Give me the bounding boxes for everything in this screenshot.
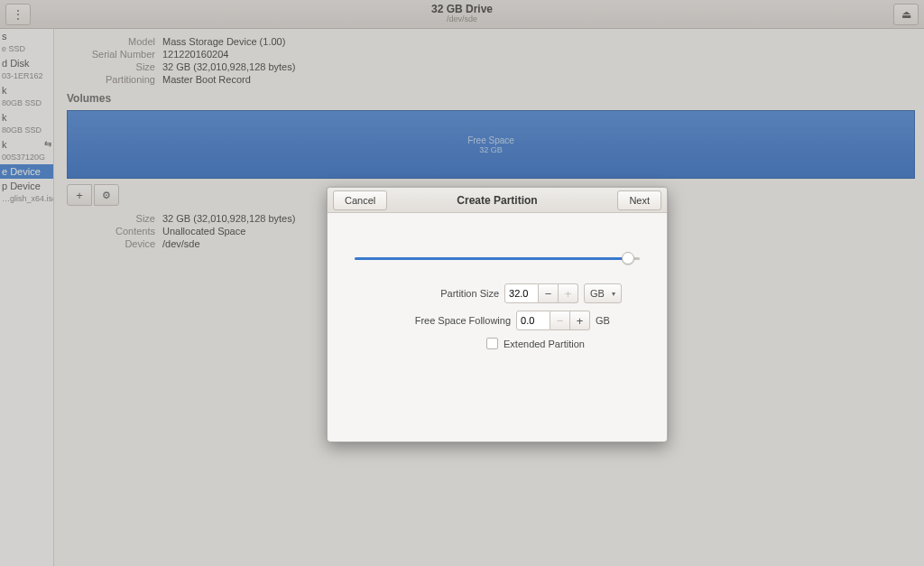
value: Mass Storage Device (1.00) xyxy=(162,36,285,47)
sidebar-item[interactable]: d Disk xyxy=(0,56,53,70)
eject-button[interactable]: ⏏ xyxy=(893,4,919,25)
sidebar-item-sub: 00S37120G xyxy=(0,152,53,164)
volumes-heading: Volumes xyxy=(67,92,915,105)
sidebar-item[interactable]: k xyxy=(0,83,53,97)
info-row-partitioning: Partitioning Master Boot Record xyxy=(67,74,915,85)
partition-settings-button[interactable]: ⚙ xyxy=(94,184,119,206)
device-sidebar[interactable]: s e SSD d Disk 03-1ER162 k 80GB SSD k 80… xyxy=(0,29,54,566)
partition-size-input[interactable] xyxy=(504,283,539,303)
value: Unallocated Space xyxy=(162,226,245,237)
slider-thumb[interactable] xyxy=(622,252,634,264)
dialog-body: Partition Size − + GB ▾ Free Space Follo… xyxy=(328,213,667,441)
gear-icon: ⚙ xyxy=(102,190,111,201)
volume-bar-free-space[interactable]: Free Space 32 GB xyxy=(67,110,915,179)
partition-size-slider[interactable] xyxy=(355,249,640,267)
info-row-size: Size 32 GB (32,010,928,128 bytes) xyxy=(67,61,915,72)
free-space-unit: GB xyxy=(596,315,610,326)
value: /dev/sde xyxy=(162,238,200,249)
label: Contents xyxy=(67,226,155,237)
next-button[interactable]: Next xyxy=(617,190,661,210)
header-title-box: 32 GB Drive /dev/sde xyxy=(431,4,493,24)
cancel-button[interactable]: Cancel xyxy=(333,190,387,210)
sidebar-item[interactable]: k ⇆ xyxy=(0,137,53,152)
header-subtitle: /dev/sde xyxy=(431,15,493,24)
minus-icon: − xyxy=(557,314,564,328)
value: 32 GB (32,010,928,128 bytes) xyxy=(162,61,295,72)
unit-label: GB xyxy=(590,288,605,299)
sidebar-item[interactable]: s xyxy=(0,29,53,43)
label: Model xyxy=(67,36,155,47)
increment-button[interactable]: + xyxy=(570,311,590,330)
free-space-spinner: − + xyxy=(516,311,590,330)
increment-button[interactable]: + xyxy=(559,283,578,303)
header-bar: ⋮ 32 GB Drive /dev/sde ⏏ xyxy=(0,0,924,29)
create-partition-dialog: Cancel Create Partition Next Partition S… xyxy=(327,187,668,442)
link-icon: ⇆ xyxy=(44,139,51,149)
dialog-title: Create Partition xyxy=(457,194,537,207)
free-space-input[interactable] xyxy=(516,311,550,330)
sidebar-item[interactable]: k xyxy=(0,110,53,125)
label: Device xyxy=(67,238,155,249)
eject-icon: ⏏ xyxy=(901,8,911,21)
value: 121220160204 xyxy=(162,49,228,60)
decrement-button[interactable]: − xyxy=(550,311,570,330)
info-row-model: Model Mass Storage Device (1.00) xyxy=(67,36,915,47)
label: Size xyxy=(67,61,155,72)
value: Master Boot Record xyxy=(162,74,251,85)
dialog-header: Cancel Create Partition Next xyxy=(328,188,667,213)
plus-icon: + xyxy=(577,314,584,328)
free-space-row: Free Space Following − + GB xyxy=(355,311,640,330)
label: Size xyxy=(67,213,155,224)
menu-button[interactable]: ⋮ xyxy=(5,4,31,25)
partition-size-label: Partition Size xyxy=(373,288,499,299)
extended-partition-checkbox[interactable] xyxy=(486,338,498,349)
sidebar-item-selected[interactable]: e Device xyxy=(0,164,53,179)
kebab-icon: ⋮ xyxy=(13,8,23,21)
size-unit-select[interactable]: GB ▾ xyxy=(584,283,622,303)
sidebar-item-sub: e SSD xyxy=(0,43,53,56)
label: Partitioning xyxy=(67,74,155,85)
minus-icon: − xyxy=(545,287,552,301)
sidebar-item-sub: 80GB SSD xyxy=(0,97,53,110)
volume-size: 32 GB xyxy=(479,145,503,154)
value: 32 GB (32,010,928,128 bytes) xyxy=(162,213,295,224)
info-row-serial: Serial Number 121220160204 xyxy=(67,49,915,60)
label: Serial Number xyxy=(67,49,155,60)
partition-size-row: Partition Size − + GB ▾ xyxy=(355,283,640,303)
sidebar-item-sub: 03-1ER162 xyxy=(0,70,53,83)
decrement-button[interactable]: − xyxy=(539,283,559,303)
free-space-label: Free Space Following xyxy=(384,315,511,326)
sidebar-item-label: k xyxy=(2,139,7,150)
slider-fill xyxy=(355,257,628,260)
sidebar-item-sub: …glish_x64.iso xyxy=(0,193,53,206)
add-partition-button[interactable]: + xyxy=(67,184,92,206)
extended-partition-label: Extended Partition xyxy=(504,339,585,349)
sidebar-item[interactable]: p Device xyxy=(0,179,53,193)
volume-title: Free Space xyxy=(467,135,514,145)
partition-size-spinner: − + xyxy=(504,283,578,303)
chevron-down-icon: ▾ xyxy=(612,290,615,298)
extended-partition-row: Extended Partition xyxy=(486,338,640,349)
sidebar-item-sub: 80GB SSD xyxy=(0,125,53,137)
plus-icon: + xyxy=(565,287,572,301)
plus-icon: + xyxy=(76,189,83,202)
